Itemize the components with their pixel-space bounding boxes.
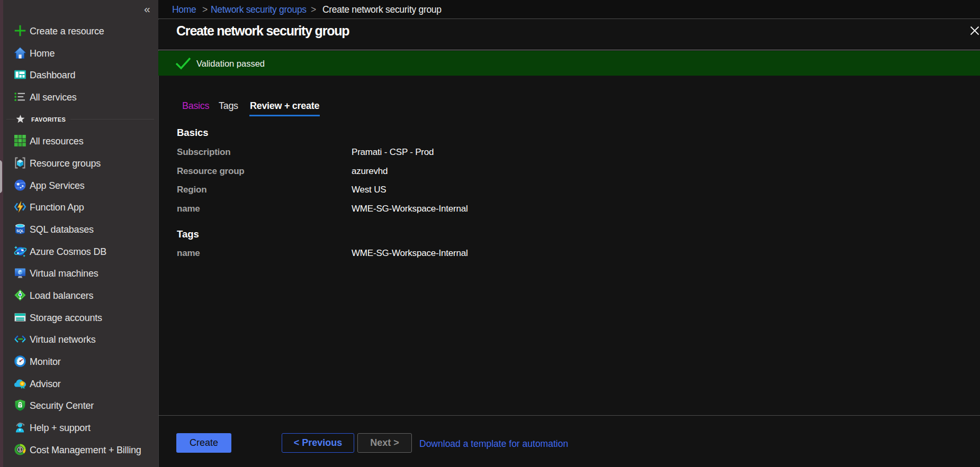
svg-text:SQL: SQL (16, 229, 24, 233)
svg-text:$: $ (19, 447, 22, 452)
